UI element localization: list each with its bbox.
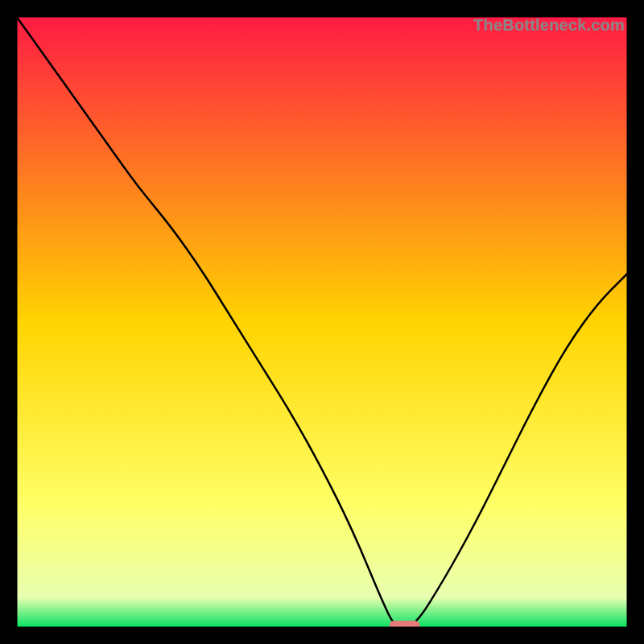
chart-frame: TheBottleneck.com: [16, 16, 628, 628]
watermark-text: TheBottleneck.com: [473, 16, 625, 35]
chart-plot: [16, 16, 628, 628]
gradient-background: [16, 16, 628, 628]
